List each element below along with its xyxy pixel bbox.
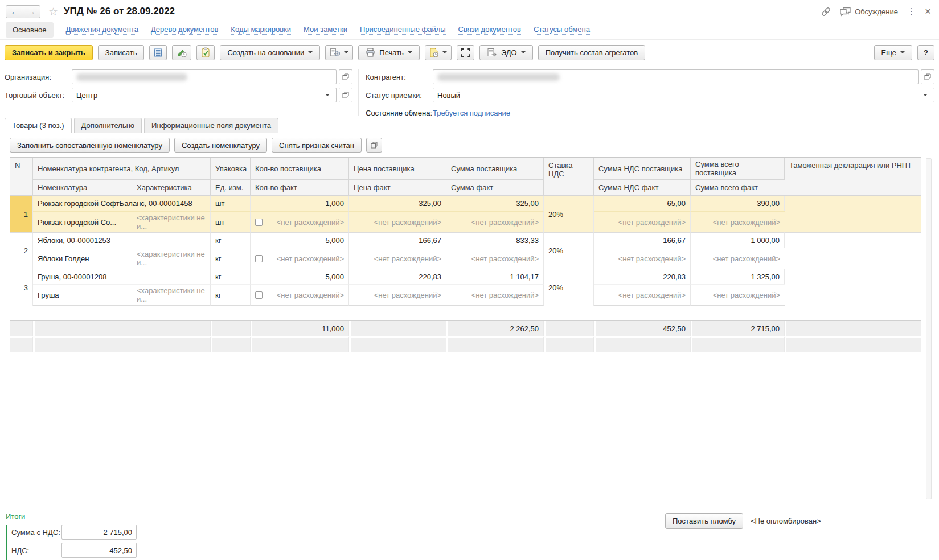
fact-sum-cell[interactable]: <нет расхождений> (446, 284, 544, 306)
acceptance-status-dropdown[interactable] (920, 88, 930, 102)
scanned-checkbox[interactable] (255, 291, 263, 299)
unset-scanned-flag-button[interactable]: Снять признак считан (272, 138, 362, 153)
unit-cell[interactable]: шт (211, 211, 251, 232)
close-icon[interactable]: × (925, 7, 931, 15)
row-number[interactable]: 2 (10, 232, 33, 269)
fact-total-cell[interactable]: <нет расхождений> (691, 248, 785, 269)
counterparty-open-button[interactable] (921, 69, 934, 84)
supplier-price-cell[interactable]: 220,83 (349, 269, 446, 284)
pack-cell[interactable]: шт (211, 196, 251, 211)
nav-item-movements[interactable]: Движения документа (66, 25, 138, 35)
supplier-total-cell[interactable]: 1 325,00 (691, 269, 785, 284)
acceptance-status-field[interactable]: Новый (433, 88, 934, 102)
kebab-menu-icon[interactable]: ⋮ (906, 6, 917, 17)
supplier-vat-sum-cell[interactable]: 220,83 (594, 269, 691, 284)
supplier-qty-cell[interactable]: 5,000 (251, 269, 349, 284)
fact-price-cell[interactable]: <нет расхождений> (349, 248, 446, 269)
create-nomenclature-button[interactable]: Создать номенклатуру (174, 138, 267, 153)
supplier-nomenclature-cell[interactable]: Рюкзак городской СофтБаланс, 00-00001458 (33, 196, 211, 211)
nav-item-main[interactable]: Основное (6, 22, 54, 38)
save-and-close-button[interactable]: Записать и закрыть (5, 45, 93, 60)
tab-additional[interactable]: Дополнительно (74, 118, 142, 133)
save-button[interactable]: Записать (98, 45, 145, 60)
trade-object-dropdown[interactable] (322, 88, 332, 102)
document-movements-button[interactable] (149, 45, 167, 60)
check-tasks-button[interactable] (196, 45, 215, 60)
table-row-supplier-2[interactable]: 2 Яблоки, 00-00001253 кг 5,000 166,67 83… (10, 232, 921, 248)
more-button[interactable]: Еще (874, 45, 912, 60)
table-row-fact-3[interactable]: Груша <характеристики не и... кг <нет ра… (10, 284, 921, 306)
customs-cell[interactable] (785, 232, 921, 269)
favorite-star-icon[interactable]: ☆ (48, 5, 58, 18)
supplier-total-cell[interactable]: 390,00 (691, 196, 785, 211)
discussion-label[interactable]: Обсуждение (855, 7, 898, 16)
fact-total-cell[interactable]: <нет расхождений> (691, 284, 785, 306)
characteristic-cell[interactable]: <характеристики не и... (132, 284, 211, 306)
unit-cell[interactable]: кг (211, 284, 251, 306)
edo-button[interactable]: ЭДО (479, 45, 533, 60)
supplier-price-cell[interactable]: 325,00 (349, 196, 446, 211)
fact-qty-cell[interactable]: <нет расхождений> (251, 284, 349, 306)
nav-item-attached-files[interactable]: Присоединенные файлы (360, 25, 446, 35)
fact-vat-sum-cell[interactable]: <нет расхождений> (594, 211, 691, 232)
vat-rate-cell[interactable]: 20% (544, 196, 594, 232)
nav-item-my-notes[interactable]: Мои заметки (304, 25, 347, 35)
organization-field[interactable] (72, 69, 337, 84)
characteristic-cell[interactable]: <характеристики не и... (132, 211, 211, 232)
fact-nomenclature-cell[interactable]: Груша (33, 284, 132, 306)
discussion-chat-icon[interactable] (839, 6, 851, 17)
organization-open-button[interactable] (339, 69, 352, 84)
scanned-checkbox[interactable] (255, 255, 263, 262)
fact-qty-cell[interactable]: <нет расхождений> (251, 248, 349, 269)
fact-price-cell[interactable]: <нет расхождений> (349, 211, 446, 232)
tab-info-fields[interactable]: Информационные поля документа (144, 118, 278, 133)
row-number[interactable]: 3 (10, 269, 33, 306)
supplier-qty-cell[interactable]: 5,000 (251, 232, 349, 248)
copy-link-icon[interactable] (821, 6, 831, 17)
table-row-supplier-3[interactable]: 3 Груша, 00-00001208 кг 5,000 220,83 1 1… (10, 269, 921, 284)
print-button[interactable]: Печать (358, 45, 420, 60)
supplier-sum-cell[interactable]: 1 104,17 (446, 269, 544, 284)
counterparty-field[interactable] (433, 69, 919, 84)
nav-item-marking-codes[interactable]: Коды маркировки (231, 25, 291, 35)
table-row-fact-2[interactable]: Яблоки Голден <характеристики не и... кг… (10, 248, 921, 269)
history-back-button[interactable]: ← (6, 5, 23, 18)
nav-item-exchange-statuses[interactable]: Статусы обмена (534, 25, 590, 35)
vat-rate-cell[interactable]: 20% (544, 232, 594, 269)
fact-sum-cell[interactable]: <нет расхождений> (446, 211, 544, 232)
supplier-sum-cell[interactable]: 325,00 (446, 196, 544, 211)
nav-item-document-links[interactable]: Связи документов (458, 25, 521, 35)
fact-sum-cell[interactable]: <нет расхождений> (446, 248, 544, 269)
fact-vat-sum-cell[interactable]: <нет расхождений> (594, 284, 691, 306)
table-row-supplier-1[interactable]: 1 Рюкзак городской СофтБаланс, 00-000014… (10, 196, 921, 211)
vertical-scrollbar[interactable] (926, 158, 932, 499)
fact-total-cell[interactable]: <нет расхождений> (691, 211, 785, 232)
supplier-vat-sum-cell[interactable]: 166,67 (594, 232, 691, 248)
deferred-document-button[interactable] (425, 45, 452, 60)
supplier-vat-sum-cell[interactable]: 65,00 (594, 196, 691, 211)
edit-schedule-button[interactable] (172, 45, 191, 60)
supplier-price-cell[interactable]: 166,67 (349, 232, 446, 248)
tab-goods[interactable]: Товары (3 поз.) (5, 118, 72, 133)
fact-nomenclature-cell[interactable]: Яблоки Голден (33, 248, 132, 269)
customs-cell[interactable] (785, 196, 921, 232)
nav-item-document-tree[interactable]: Дерево документов (151, 25, 218, 35)
settings-document-button[interactable] (325, 45, 353, 60)
trade-object-open-button[interactable] (339, 88, 352, 102)
fact-price-cell[interactable]: <нет расхождений> (349, 284, 446, 306)
fill-mapped-nomenclature-button[interactable]: Заполнить сопоставленную номенклатуру (10, 138, 170, 153)
scanned-checkbox[interactable] (255, 219, 263, 226)
help-button[interactable]: ? (917, 45, 934, 60)
open-table-button[interactable] (366, 138, 382, 153)
supplier-qty-cell[interactable]: 1,000 (251, 196, 349, 211)
trade-object-field[interactable]: Центр (72, 88, 337, 102)
fact-qty-cell[interactable]: <нет расхождений> (251, 211, 349, 232)
get-aggregates-button[interactable]: Получить состав агрегатов (538, 45, 645, 60)
pack-cell[interactable]: кг (211, 232, 251, 248)
supplier-total-cell[interactable]: 1 000,00 (691, 232, 785, 248)
supplier-sum-cell[interactable]: 833,33 (446, 232, 544, 248)
customs-cell[interactable] (785, 269, 921, 306)
supplier-nomenclature-cell[interactable]: Груша, 00-00001208 (33, 269, 211, 284)
table-row-fact-1[interactable]: Рюкзак городской Со... <характеристики н… (10, 211, 921, 232)
vat-rate-cell[interactable]: 20% (544, 269, 594, 306)
